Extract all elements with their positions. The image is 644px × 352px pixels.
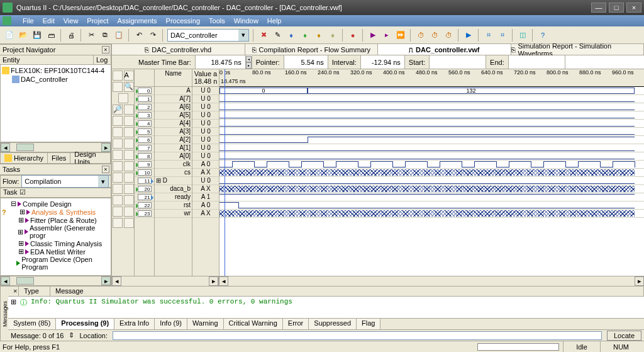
tool-icon[interactable] — [113, 150, 123, 160]
mtb-spinner[interactable]: ◂▸ — [246, 56, 252, 69]
signal-name[interactable]: wr — [155, 210, 192, 218]
save-all-icon[interactable]: 🗃 — [45, 30, 57, 41]
sim-icon[interactable]: ▶ — [463, 30, 474, 41]
signal-name[interactable]: clk — [155, 161, 192, 169]
mtab-extra[interactable]: Extra Info — [114, 319, 155, 329]
tool-icon[interactable] — [113, 218, 123, 228]
pin-row[interactable]: 6 — [135, 136, 154, 144]
expand-icon[interactable]: × — [8, 287, 19, 296]
waveform-row[interactable] — [219, 185, 644, 193]
tab-sim-report[interactable]: ⎘Simulation Report - Simulation Waveform… — [511, 44, 645, 55]
tool-icon[interactable] — [124, 173, 134, 183]
task-compile[interactable]: Compile Design — [23, 200, 72, 208]
task-analysis[interactable]: Analysis & Synthesis — [31, 208, 96, 216]
timing3-icon[interactable]: ⏱ — [443, 30, 454, 41]
time-ruler[interactable]: 0 ps80.0 ns160.0 ns240.0 ns320.0 ns400.0… — [219, 69, 644, 87]
menu-window[interactable]: Window — [234, 17, 258, 25]
signal-name[interactable]: A[4] — [155, 120, 192, 128]
find-tool-icon[interactable]: 🔎 — [113, 105, 123, 115]
mtab-system[interactable]: System (85) — [8, 319, 56, 329]
waveform-hscroll[interactable]: ◂▸ ◂▸ — [112, 276, 644, 286]
signal-name[interactable]: A[6] — [155, 103, 192, 111]
waveform-row[interactable] — [219, 169, 644, 177]
tool-icon[interactable] — [124, 105, 134, 115]
signal-name[interactable]: A[1] — [155, 144, 192, 152]
hierarchy-tree[interactable]: FLEX10K: EPF10K10TC144-4 DAC_controller — [0, 65, 111, 142]
mtab-critical[interactable]: Critical Warning — [224, 319, 283, 329]
waveform-row[interactable] — [219, 136, 644, 144]
play-icon[interactable]: ▶ — [367, 30, 379, 41]
tab-files[interactable]: Files — [48, 153, 70, 163]
copy-icon[interactable]: ⧉ — [99, 30, 111, 41]
task-tree[interactable]: ⊟ Compile Design ?⊞ Analysis & Synthesis… — [0, 198, 111, 276]
flow-combo[interactable]: Compilation ▾ — [21, 175, 109, 188]
new-file-icon[interactable]: 📄 — [4, 30, 15, 41]
signal-name[interactable]: A[3] — [155, 128, 192, 136]
menu-view[interactable]: View — [64, 17, 79, 25]
waveform-row[interactable] — [219, 210, 644, 218]
location-input[interactable] — [113, 331, 602, 340]
pin-row[interactable]: 21 — [135, 193, 154, 202]
tab-design-units[interactable]: Design Units — [70, 153, 111, 163]
waveform-row[interactable] — [219, 152, 644, 161]
tool-icon[interactable] — [113, 139, 123, 149]
ae-tool-icon[interactable] — [113, 82, 123, 92]
tool-icon[interactable] — [124, 195, 134, 205]
pin-row[interactable]: 0 — [135, 87, 154, 95]
waveform-row[interactable]: 0132 — [219, 87, 644, 95]
tool-icon[interactable] — [113, 127, 123, 137]
task-timing[interactable]: Classic Timing Analysis — [30, 240, 102, 247]
chip2-icon[interactable]: ⌗ — [497, 30, 508, 41]
group-tool-icon[interactable] — [118, 93, 128, 103]
project-combo[interactable]: DAC_controller ▾ — [167, 29, 249, 42]
menu-processing[interactable]: Processing — [166, 17, 200, 25]
save-icon[interactable]: 💾 — [31, 30, 43, 41]
waveform-row[interactable] — [219, 144, 644, 152]
expand-icon[interactable]: ⊞ — [11, 298, 16, 307]
pin-row[interactable]: 2 — [135, 103, 154, 111]
tab-vhd[interactable]: ⎘DAC_controller.vhd — [112, 44, 245, 55]
timing-icon[interactable]: ⏱ — [415, 30, 426, 41]
fast-icon[interactable]: ⏩ — [395, 30, 406, 41]
gear-green-icon[interactable]: ♦ — [299, 30, 311, 41]
end-value[interactable] — [509, 55, 565, 69]
pin-row[interactable]: 10 — [135, 169, 154, 177]
tool-icon[interactable] — [124, 218, 134, 228]
tool-icon[interactable] — [113, 116, 123, 126]
signal-name[interactable]: cs — [155, 169, 192, 177]
waveform-row[interactable] — [219, 177, 644, 185]
menu-assignments[interactable]: Assignments — [118, 17, 157, 25]
start-value[interactable] — [430, 55, 486, 69]
menu-project[interactable]: Project — [87, 17, 108, 25]
pin-row[interactable]: 1 — [135, 95, 154, 103]
mtab-warning[interactable]: Warning — [187, 319, 224, 329]
tool-icon[interactable] — [124, 116, 134, 126]
time-cursor[interactable] — [225, 69, 225, 276]
mtab-info[interactable]: Info (9) — [155, 319, 187, 329]
wand-icon[interactable]: ✎ — [272, 30, 283, 41]
tool-icon[interactable] — [124, 127, 134, 137]
gear-blue-icon[interactable]: ♦ — [286, 30, 297, 41]
play-step-icon[interactable]: ▸ — [381, 30, 392, 41]
settings-icon[interactable]: ✖ — [258, 30, 269, 41]
waveform-row[interactable] — [219, 193, 644, 202]
print-icon[interactable]: 🖨 — [65, 30, 77, 41]
tasks-hscroll[interactable]: ◂▸ — [0, 276, 111, 286]
tab-hierarchy[interactable]: Hierarchy — [1, 153, 48, 163]
waveform-row[interactable] — [219, 103, 644, 111]
messages-body[interactable]: ⊞ ⓘ Info: Quartus II Simulator was succe… — [8, 297, 644, 318]
signal-name[interactable]: A[7] — [155, 95, 192, 103]
text-tool-icon[interactable]: A — [124, 71, 134, 81]
msg-nav-icon[interactable]: ⇕ — [69, 331, 74, 339]
cut-icon[interactable]: ✂ — [86, 30, 97, 41]
task-icon[interactable]: ◫ — [517, 30, 528, 41]
pin-row[interactable]: 9 — [135, 161, 154, 169]
mtab-suppressed[interactable]: Suppressed — [309, 319, 357, 329]
signal-name[interactable]: A[5] — [155, 111, 192, 120]
pin-row[interactable]: 4 — [135, 120, 154, 128]
menu-tools[interactable]: Tools — [209, 17, 225, 25]
chip-icon[interactable]: ⌗ — [483, 30, 494, 41]
signal-name[interactable]: A[0] — [155, 152, 192, 161]
mtab-processing[interactable]: Processing (9) — [56, 319, 114, 329]
redo-icon[interactable]: ↷ — [147, 30, 158, 41]
